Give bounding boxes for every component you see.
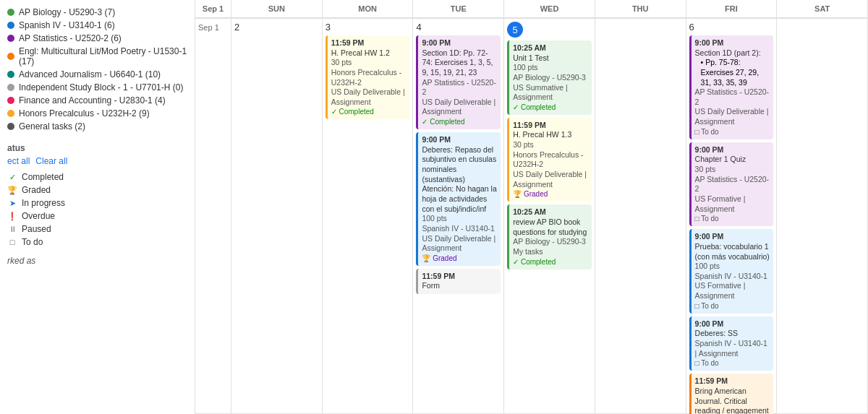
event-type: US Daily Deliverable | Assignment [695,107,770,126]
status-item[interactable]: ❗ Overdue [7,210,187,223]
course-item[interactable]: AP Biology - U5290-3 (7) [7,6,187,19]
cal-header-thu: THU [595,0,686,17]
cal-day-4 [595,19,686,414]
event-card[interactable]: 9:00 PMChapter 1 Quiz30 ptsAP Statistics… [689,142,774,226]
event-type: My tasks [513,247,588,257]
status-item[interactable]: ✓ Completed [7,171,187,184]
status-item[interactable]: □ To do [7,236,187,249]
status-item[interactable]: ➤ In progress [7,197,187,210]
course-dot [7,84,14,91]
event-time: 9:00 PM [695,319,770,329]
event-status: ✓ Completed [513,103,588,112]
event-pts: 100 pts [422,214,497,224]
course-item[interactable]: Engl: Multicultural Lit/Mod Poetry - U15… [7,45,187,68]
event-title: H. Precal HW 1.2 [331,48,407,59]
event-course: Honors Precalculus - U232H-2 [331,68,407,87]
event-card[interactable]: 9:00 PMSection 1D (part 2):• Pp. 75-78: … [689,35,774,139]
event-bullet: • Pp. 75-78: Exercises 27, 29, 31, 33, 3… [701,58,770,87]
status-label: In progress [22,198,65,208]
event-status: □ To do [695,358,770,368]
cal-day-3: 510:25 AMUnit 1 Test100 ptsAP Biology - … [504,19,595,414]
event-card[interactable]: 11:59 PMH. Precal HW 1.230 ptsHonors Pre… [326,35,410,119]
event-status: □ To do [695,127,770,137]
status-item[interactable]: ⏸ Paused [7,223,187,236]
course-dot [7,71,14,78]
select-all-link[interactable]: ect all [7,156,30,166]
event-status: ✓ Completed [331,107,407,116]
day-number: 3 [326,22,410,33]
status-label: Paused [22,224,51,234]
course-item[interactable]: Advanced Journalism - U6640-1 (10) [7,68,187,81]
course-dot [7,9,14,16]
event-type: | Assignment [695,349,770,359]
status-icon: ✓ [7,172,17,182]
calendar-body: Sep 12311:59 PMH. Precal HW 1.230 ptsHon… [195,19,868,414]
course-dot [7,97,14,104]
event-time: 9:00 PM [695,232,770,242]
status-title: atus [7,143,187,153]
event-card[interactable]: 11:59 PMBring American Journal. Critical… [689,374,774,414]
event-title: Prueba: vocabulario 1 (con más vocabualr… [695,242,770,262]
cal-day-0: 2 [231,19,323,414]
sidebar: AP Biology - U5290-3 (7) Spanish IV - U3… [0,0,195,414]
event-time: 9:00 PM [422,38,497,48]
event-card[interactable]: 9:00 PMDeberes: SSSpanish IV - U3140-1| … [689,316,774,371]
event-pts: 30 pts [331,58,407,68]
event-time: 11:59 PM [695,376,770,387]
courses-list: AP Biology - U5290-3 (7) Spanish IV - U3… [7,6,187,133]
course-item[interactable]: Honors Precalculus - U232H-2 (9) [7,107,187,120]
status-actions[interactable]: ect all Clear all [7,156,187,166]
event-course: AP Statistics - U2520-2 [695,87,770,107]
status-label: Completed [22,172,64,182]
clear-all-link[interactable]: Clear all [35,156,67,166]
event-status: □ To do [695,301,770,311]
event-title: review AP BIO book questions for studyin… [513,217,588,237]
event-course: AP Statistics - U2520-2 [695,175,770,194]
cal-header-sun: SUN [231,0,323,17]
day-number: 4 [416,22,501,33]
status-icon: ⏸ [7,224,17,234]
day-number: 6 [689,22,774,33]
cal-day-1: 311:59 PMH. Precal HW 1.230 ptsHonors Pr… [323,19,414,414]
course-name: AP Statistics - U2520-2 (6) [19,33,122,43]
status-icon: □ [7,237,17,247]
event-title: Unit 1 Test [513,53,588,64]
event-status: 🏆 Graded [422,254,497,263]
status-item[interactable]: 🏆 Graded [7,184,187,197]
event-course: Spanish IV - U3140-1 [695,339,770,349]
calendar: Sep 1SUNMONTUEWEDTHUFRISAT Sep 12311:59 … [195,0,868,414]
course-item[interactable]: Independent Study Block - 1 - U7701-H (0… [7,81,187,94]
event-card[interactable]: 9:00 PMDeberes: Repaso del subjuntivo en… [416,132,501,266]
course-item[interactable]: Spanish IV - U3140-1 (6) [7,19,187,32]
event-pts: 100 pts [513,63,588,73]
calendar-header: Sep 1SUNMONTUEWEDTHUFRISAT [195,0,868,19]
course-item[interactable]: General tasks (2) [7,120,187,133]
event-title: Bring American Journal. Critical reading… [695,387,770,414]
course-name: AP Biology - U5290-3 (7) [19,7,115,17]
event-time: 10:25 AM [513,43,588,53]
event-type: US Formative | Assignment [695,281,770,301]
event-card[interactable]: 10:25 AMUnit 1 Test100 ptsAP Biology - U… [507,40,592,115]
course-dot [7,53,14,60]
event-card[interactable]: 9:00 PMPrueba: vocabulario 1 (con más vo… [689,229,774,313]
event-title: Form [422,281,497,291]
cal-day-5: 69:00 PMSection 1D (part 2):• Pp. 75-78:… [686,19,778,414]
event-title: Chapter 1 Quiz [695,155,770,165]
cal-day-2: 49:00 PMSection 1D: Pp. 72-74: Exercises… [413,19,504,414]
course-name: Honors Precalculus - U232H-2 (9) [19,108,150,118]
day-number: 5 [507,22,523,38]
event-course: AP Statistics - U2520-2 [422,78,497,98]
course-item[interactable]: AP Statistics - U2520-2 (6) [7,32,187,45]
event-card[interactable]: 10:25 AMreview AP BIO book questions for… [507,204,592,269]
course-name: Independent Study Block - 1 - U7701-H (0… [19,82,183,92]
course-dot [7,22,14,29]
event-status: □ To do [695,214,770,223]
status-icon: 🏆 [7,185,17,195]
event-time: 11:59 PM [422,272,497,282]
event-card[interactable]: 11:59 PMForm [416,269,501,294]
day-number: 2 [234,22,319,33]
event-type: US Daily Deliverable | Assignment [331,87,407,107]
event-card[interactable]: 9:00 PMSection 1D: Pp. 72-74: Exercises … [416,35,501,129]
course-item[interactable]: Finance and Accounting - U2830-1 (4) [7,94,187,107]
event-card[interactable]: 11:59 PMH. Precal HW 1.330 ptsHonors Pre… [507,118,592,202]
